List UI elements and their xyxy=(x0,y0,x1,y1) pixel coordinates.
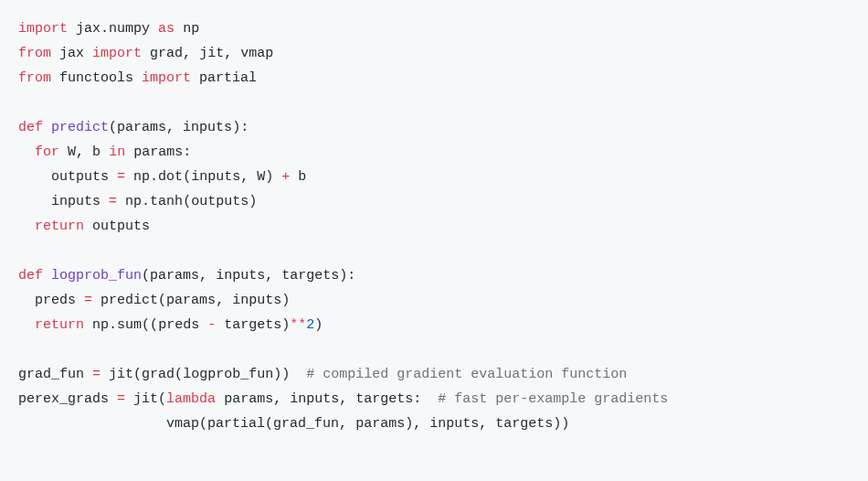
arg-params: params xyxy=(166,293,216,308)
arg-inputs: inputs xyxy=(429,416,479,432)
code-line-5: def predict(params, inputs): xyxy=(18,120,249,135)
attr-tanh: tanh xyxy=(150,194,183,209)
dot: . xyxy=(109,317,117,333)
call-vmap: vmap xyxy=(166,416,199,432)
rparen: ) xyxy=(249,194,257,209)
module-jax: jax xyxy=(59,46,84,61)
dot: . xyxy=(142,194,150,209)
op-assign: = xyxy=(109,194,117,209)
lparen: ( xyxy=(142,317,150,333)
name-np: np xyxy=(133,169,150,185)
op-plus: + xyxy=(281,169,290,185)
rparen: ) xyxy=(273,367,281,382)
comment: # compiled gradient evaluation function xyxy=(306,367,627,382)
code-line-9: return outputs xyxy=(18,219,150,234)
var-grad-fun: grad_fun xyxy=(18,367,84,382)
comma: , xyxy=(199,268,207,283)
keyword-return: return xyxy=(35,219,84,234)
rparen: ) xyxy=(232,120,240,135)
arg-params: params xyxy=(355,416,405,432)
lparen: ( xyxy=(133,367,142,382)
keyword-for: for xyxy=(35,144,59,160)
rparen: ) xyxy=(339,268,347,283)
param-params: params xyxy=(117,120,166,135)
colon: : xyxy=(413,391,421,407)
dot: . xyxy=(101,21,109,37)
arg-targets: targets xyxy=(495,416,553,432)
var-preds: preds xyxy=(158,317,199,333)
code-line-11: def logprob_fun(params, inputs, targets)… xyxy=(18,268,355,283)
param-inputs: inputs xyxy=(290,391,339,407)
comma: , xyxy=(265,268,273,283)
keyword-def: def xyxy=(18,268,43,283)
var-preds: preds xyxy=(35,293,76,308)
rparen: ) xyxy=(314,317,323,333)
rparen: ) xyxy=(405,416,413,432)
module-numpy: numpy xyxy=(109,21,150,37)
var-outputs: outputs xyxy=(51,169,109,185)
code-line-13: return np.sum((preds - targets)**2) xyxy=(18,317,323,333)
lparen: ( xyxy=(150,317,158,333)
rparen: ) xyxy=(561,416,569,432)
var-W: W xyxy=(68,144,76,160)
arg-W: W xyxy=(257,169,265,185)
num-2: 2 xyxy=(306,317,314,333)
lparen: ( xyxy=(158,293,166,308)
param-params: params xyxy=(224,391,273,407)
comma: , xyxy=(413,416,421,432)
comma: , xyxy=(224,46,232,61)
ret-outputs: outputs xyxy=(92,219,150,234)
name-grad: grad xyxy=(150,46,183,61)
var-perex-grads: perex_grads xyxy=(18,391,109,407)
var-b: b xyxy=(92,144,101,160)
code-line-6: for W, b in params: xyxy=(18,144,191,160)
call-jit: jit xyxy=(133,391,158,407)
lparen: ( xyxy=(109,120,117,135)
keyword-lambda: lambda xyxy=(166,391,216,407)
colon: : xyxy=(183,144,191,160)
attr-dot: dot xyxy=(158,169,183,185)
attr-sum: sum xyxy=(117,317,142,333)
code-line-8: inputs = np.tanh(outputs) xyxy=(18,194,257,209)
comma: , xyxy=(240,169,249,185)
lparen: ( xyxy=(183,194,191,209)
comma: , xyxy=(339,416,347,432)
keyword-from: from xyxy=(18,46,51,61)
call-jit: jit xyxy=(109,367,133,382)
rparen: ) xyxy=(281,317,290,333)
lparen: ( xyxy=(142,268,150,283)
iter-params: params xyxy=(133,144,183,160)
arg-logprob-fun: logprob_fun xyxy=(183,367,273,382)
comma: , xyxy=(273,391,281,407)
code-block: import jax.numpy as np from jax import g… xyxy=(0,0,868,453)
alias-np: np xyxy=(183,21,199,37)
code-line-16: perex_grads = jit(lambda params, inputs,… xyxy=(18,391,668,407)
name-partial: partial xyxy=(199,70,257,86)
rparen: ) xyxy=(281,367,290,382)
op-assign: = xyxy=(92,367,101,382)
dot: . xyxy=(150,169,158,185)
comma: , xyxy=(216,293,224,308)
keyword-import: import xyxy=(18,21,68,37)
name-np: np xyxy=(125,194,142,209)
lparen: ( xyxy=(265,416,273,432)
keyword-as: as xyxy=(158,21,175,37)
comma: , xyxy=(339,391,347,407)
code-line-7: outputs = np.dot(inputs, W) + b xyxy=(18,169,306,185)
rparen: ) xyxy=(281,293,290,308)
def-logprob-fun: logprob_fun xyxy=(51,268,142,283)
module-functools: functools xyxy=(59,70,133,86)
arg-grad-fun: grad_fun xyxy=(273,416,339,432)
module-jax: jax xyxy=(76,21,101,37)
op-minus: - xyxy=(207,317,216,333)
name-jit: jit xyxy=(199,46,224,61)
keyword-import: import xyxy=(142,70,191,86)
colon: : xyxy=(347,268,355,283)
arg-inputs: inputs xyxy=(191,169,240,185)
arg-inputs: inputs xyxy=(232,293,281,308)
param-inputs: inputs xyxy=(216,268,265,283)
code-line-1: import jax.numpy as np xyxy=(18,21,199,37)
rparen: ) xyxy=(265,169,273,185)
op-assign: = xyxy=(84,293,92,308)
param-targets: targets xyxy=(281,268,339,283)
